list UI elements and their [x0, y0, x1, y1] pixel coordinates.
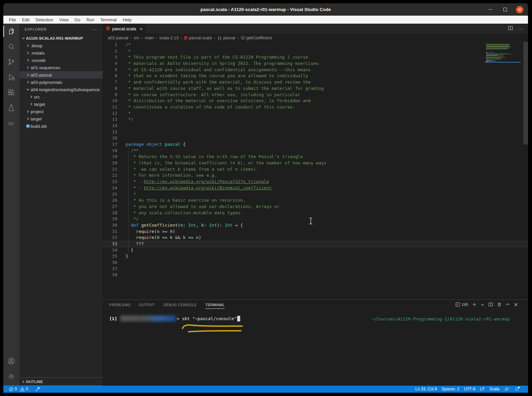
menu-run[interactable]: Run	[83, 16, 97, 24]
tree-item-target[interactable]: target	[19, 100, 103, 108]
activity-run-debug-icon[interactable]	[3, 70, 19, 85]
notifications-bell-icon[interactable]	[512, 387, 525, 392]
menu-help[interactable]: Help	[120, 16, 135, 24]
close-panel-button[interactable]	[514, 302, 518, 307]
breadcrumb-getcoefficient[interactable]: getCoefficient	[241, 36, 272, 40]
menu-selection[interactable]: Selection	[32, 16, 56, 24]
tree-item-a02-pascal[interactable]: a02-pascal	[19, 71, 103, 79]
activity-account-icon[interactable]	[3, 353, 19, 369]
menu-view[interactable]: View	[56, 16, 72, 24]
code-line-11[interactable]: 11 * constitutes a violation of the code…	[103, 104, 528, 110]
code-line-18[interactable]: 18 /**	[103, 148, 528, 154]
activity-search-icon[interactable]	[3, 39, 19, 54]
code-line-32[interactable]: 32 require(0 <= k && k <= n)	[103, 235, 528, 241]
code-line-2[interactable]: 2 *	[103, 48, 528, 55]
panel-tab-output[interactable]: OUTPUT	[139, 301, 155, 309]
tree-item-build-sbt[interactable]: build.sbt	[19, 122, 103, 130]
tree-item--metals[interactable]: .metals	[19, 49, 103, 57]
tree-item-project[interactable]: project	[19, 108, 103, 115]
shell-selector[interactable]: zsh	[455, 302, 468, 307]
minimap[interactable]	[486, 43, 523, 65]
close-button[interactable]	[516, 6, 523, 13]
status-utf-8[interactable]: UTF-8	[462, 387, 478, 391]
code-line-12[interactable]: 12 *	[103, 110, 528, 117]
editor-more-actions-icon[interactable]: ···	[518, 26, 523, 31]
code-line-25[interactable]: 25 *	[103, 191, 528, 198]
minimize-button[interactable]	[487, 6, 494, 13]
code-line-29[interactable]: 29 */	[103, 216, 528, 222]
code-line-1[interactable]: 1/*	[103, 42, 528, 48]
tree-item-a04-longestincreasingsubsequence[interactable]: a04-longestIncreasingSubsequence	[19, 86, 103, 93]
code-line-7[interactable]: 7 * and confidentially work with the mat…	[103, 79, 528, 86]
menu-file[interactable]: File	[6, 16, 19, 24]
metals-status-flag-icon[interactable]	[33, 385, 43, 393]
panel-tab-problems[interactable]: PROBLEMS	[109, 301, 131, 309]
panel-tab-debug-console[interactable]: DEBUG CONSOLE	[164, 301, 197, 309]
code-line-20[interactable]: 20 * (that is, the binomial coefficient …	[103, 160, 528, 166]
tree-item-target[interactable]: target	[19, 115, 103, 122]
maximize-button[interactable]	[501, 6, 509, 13]
code-line-15[interactable]: 15	[103, 129, 528, 135]
code-line-28[interactable]: 28 * any scala.collection.mutable data t…	[103, 210, 528, 216]
code-line-37[interactable]: 37	[103, 266, 528, 272]
breadcrumb-a02-pascal[interactable]: a02-pascal	[108, 36, 128, 40]
tree-item-src[interactable]: src	[19, 93, 103, 100]
code-line-38[interactable]: 38	[103, 272, 528, 278]
terminal-content[interactable]: [1] > sbt "~pascal/console"	[109, 315, 240, 321]
breadcrumb-pascal[interactable]: {}pascal	[217, 36, 235, 40]
code-line-16[interactable]: 16	[103, 135, 528, 141]
code-line-4[interactable]: 4 * materials at Aalto University in Spr…	[103, 61, 528, 67]
status-ln-33-col-8[interactable]: Ln 33, Col 8	[413, 387, 439, 391]
menu-terminal[interactable]: Terminal	[97, 16, 120, 24]
split-terminal-button[interactable]	[488, 302, 493, 307]
code-line-24[interactable]: 24 * - http://en.wikipedia.org/wiki/Bino…	[103, 185, 528, 191]
code-line-19[interactable]: 19 * Returns the k:th value in the n:th …	[103, 154, 528, 160]
code-line-31[interactable]: 31 require(n >= 0)	[103, 229, 528, 235]
menu-edit[interactable]: Edit	[19, 16, 32, 24]
activity-testing-icon[interactable]	[3, 100, 19, 115]
terminal-dropdown-chevron-icon[interactable]	[481, 303, 484, 306]
tree-item--vscode[interactable]: .vscode	[19, 57, 103, 64]
code-line-33[interactable]: 33 ???	[103, 241, 528, 247]
tree-item-a01-sequences[interactable]: a01-sequences	[19, 64, 103, 71]
code-line-21[interactable]: 21 * we can select k items from a set of…	[103, 166, 528, 173]
code-line-34[interactable]: 34 }	[103, 247, 528, 254]
activity-settings-icon[interactable]	[3, 369, 19, 384]
code-line-27[interactable]: 27 * you are not allowed to use var-decl…	[103, 204, 528, 210]
panel-tab-terminal[interactable]: TERMINAL	[205, 301, 225, 309]
breadcrumb-src[interactable]: src	[134, 36, 140, 40]
tree-root-folder[interactable]: A1120-SCALA2-R01-WARMUP	[19, 35, 103, 42]
feedback-person-icon[interactable]	[502, 387, 512, 392]
tab-close-icon[interactable]: ×	[140, 26, 143, 32]
tab-pascal-scala[interactable]: pascal.scala ×	[103, 24, 146, 34]
editor-scrollbar[interactable]	[523, 42, 528, 144]
status-lf[interactable]: LF	[478, 387, 487, 391]
code-line-30[interactable]: 30 def getCoefficient(n: Int, k: Int): I…	[103, 222, 528, 229]
status-spaces-2[interactable]: Spaces: 2	[439, 387, 462, 391]
breadcrumb-scala-2-13[interactable]: scala-2.13	[159, 36, 179, 40]
code-line-9[interactable]: 9 * on course infrastructure. All other …	[103, 92, 528, 98]
maximize-panel-chevron-up-icon[interactable]	[506, 302, 510, 306]
tree-item--bloop[interactable]: .bloop	[19, 42, 103, 49]
code-line-3[interactable]: 3 * This program text file is part of th…	[103, 54, 528, 61]
status-scala[interactable]: Scala	[487, 387, 502, 391]
activity-extensions-icon[interactable]	[3, 85, 19, 100]
code-line-13[interactable]: 13 */	[103, 116, 528, 123]
code-line-14[interactable]: 14	[103, 123, 528, 129]
code-line-36[interactable]: 36	[103, 260, 528, 266]
code-line-26[interactable]: 26 * As this is a basic exercise on recu…	[103, 197, 528, 204]
activity-metals-icon[interactable]: m	[3, 115, 19, 131]
problems-status[interactable]: 0 0	[7, 385, 30, 393]
breadcrumb-main[interactable]: main	[145, 36, 154, 40]
code-line-5[interactable]: 5 * at CS-A1120 are individual and confi…	[103, 67, 528, 73]
code-line-6[interactable]: 6 * that as a student taking the course …	[103, 73, 528, 79]
breadcrumb-pascal-scala[interactable]: pascal.scala	[184, 36, 212, 40]
code-line-10[interactable]: 10 * distribution of the material or exe…	[103, 98, 528, 104]
code-line-22[interactable]: 22 * For more information, see e.g.	[103, 172, 528, 179]
code-editor[interactable]: 1/*2 *3 * This program text file is part…	[103, 42, 528, 299]
kill-terminal-button[interactable]	[497, 302, 502, 307]
activity-explorer-icon[interactable]	[3, 24, 19, 39]
explorer-more-actions-button[interactable]: ···	[92, 27, 97, 32]
code-line-23[interactable]: 23 * - http://en.wikipedia.org/wiki/Pasc…	[103, 179, 528, 185]
tree-item-a03-polynomials[interactable]: a03-polynomials	[19, 79, 103, 86]
